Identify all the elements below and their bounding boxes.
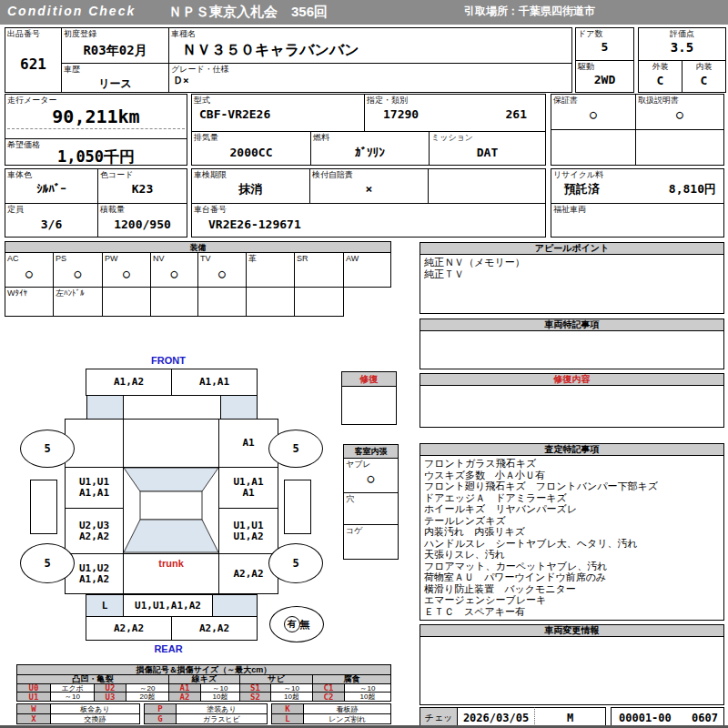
equipment-extra-label: Wﾀｲﾔ [7,288,27,298]
equipment-label: NV [153,254,165,263]
sheet-number-cell: 00001-00 0607 [611,707,724,726]
rear-window-shape [124,520,218,552]
history-value: リース [62,76,168,92]
first-registration-label: 初度登録 [64,29,96,38]
drive-cell: 駆動 2WD [575,60,634,93]
capacity-cell: 定員 3/6 [5,203,98,238]
lot-number-cell: 出品番号 621 [5,27,62,93]
sheet-number: 00001-00 [619,712,672,724]
equipment-mark: ○ [5,267,53,280]
fender-left-panel [66,420,123,467]
warranty-cell: 保証書 ○ [551,94,636,130]
legend-value: 10超 [344,692,391,702]
assessment-line: 内装汚れ 内張リキズ [424,526,720,538]
repair-mark-body [341,386,397,425]
rear-bumper-right-panel: A2,A2 [171,616,258,641]
assessment-line: 天張りスレ、汚れ [424,549,720,561]
repair-mark-header: 修復 [341,371,397,387]
welfare-vehicle-cell: 福祉車両 [551,203,724,238]
empty-cell [635,129,724,166]
cowl-right [220,395,258,420]
manual-cell: 取扱説明書 ○ [635,94,724,130]
drive-value: 2WD [576,73,633,86]
front-bumper-right-panel: A1,A1 [171,369,258,396]
cabin-lining-label: ヤブレ [346,460,371,469]
warranty-value: ○ [551,107,635,121]
displacement-cell: 排気量 2000CC [191,131,311,166]
windshield-shape [124,468,218,491]
body-color-cell: 車体色 ｼﾙﾊﾞｰ [5,168,98,204]
assessment-notes-header: 査定特記事項 [420,444,723,456]
body-color-value: ｼﾙﾊﾞｰ [5,182,97,196]
odometer-value: 90,211km [5,106,187,127]
equipment-label: TV [200,254,211,263]
cabin-lining-label: コゲ [346,526,362,535]
cabin-lining-header: 客室内張 [343,444,399,459]
side-left-front-panel: U1,U1 A1,A1 [66,468,123,508]
interior-grade-label: 内装 [682,62,725,71]
first-registration-value: R03年02月 [62,43,168,59]
transmission-value: DAT [430,146,545,159]
model-name-value: ＮＶ３５０キャラバンバン [169,41,571,60]
legend-code: U3 [94,692,126,702]
equipment-label: AC [7,254,19,263]
equipment-label: 革 [248,254,257,263]
assessment-line: ウスキズ多数 小Ａ小Ｕ有 [424,470,720,481]
equipment-mark: ○ [151,267,197,280]
repair-details-section: 修復内容 [420,373,724,428]
insurance-cell: 検付自賠責 × [309,168,429,204]
appeal-points-body: 純正ＮＶ（メモリー） 純正ＴＶ [420,255,723,281]
pickup-location: 引取場所：千葉県四街道市 [464,4,595,19]
lot-number-value: 621 [5,56,61,73]
assessment-line: ホイールキズ リヤバンパーズレ [424,503,720,515]
auction-condition-sheet: Condition Check ＮＰＳ東京入札会 356回 引取場所：千葉県四街… [0,0,728,728]
equipment-cell-pw: PW○ [102,252,151,288]
insurance-label: 検付自賠責 [312,170,353,179]
equipment-cell-tv: TV○ [197,252,247,288]
welfare-vehicle-label: 福祉車両 [553,205,586,214]
repair-mark-title: 修復 [360,374,379,384]
grade-value: Ｄ× [169,74,571,87]
check-label-cell: チェック [420,707,458,726]
chassis-number-value: VR2E26-129671 [192,217,545,231]
equipment-extra-label: 左ﾊﾝﾄﾞﾙ [56,288,85,298]
load-capacity-value: 1200/950 [98,217,187,231]
price-subcell: 希望価格 1,050千円 [5,138,187,166]
class-sub-value: 261 [365,107,545,121]
displacement-value: 2000CC [192,146,310,159]
score-label: 評価点 [639,29,725,38]
auction-title: ＮＰＳ東京入札会 356回 [168,4,328,21]
body-color-label: 車体色 [7,170,32,179]
assessment-line: フロントガラス飛石キズ [424,458,720,470]
assessment-line: フロント廻り飛石キズ フロントバンパー下部キズ [424,480,720,492]
check-inspector: M [535,712,605,724]
vehicle-notes-section: 車両特記事項 [420,318,724,369]
recycle-fee-cell: リサイクル料 預託済 8,810円 [551,168,724,204]
wheel-rear-left: 5 [20,543,75,583]
empty-cell [551,129,636,166]
legend-mark-code: L [271,713,304,724]
equipment-cell-leather: 革 [246,252,295,288]
score-cell: 評価点 3.5 [638,27,726,61]
spare-yes-circled: 有 [284,616,300,632]
cabin-lining-label: 穴 [346,494,354,503]
capacity-value: 3/6 [5,217,97,231]
check-inspector-cell: M [534,707,606,726]
chassis-number-label: 車台番号 [194,205,227,214]
assessment-line: ドアエッジＡ ドアミラーキズ [424,492,720,504]
odometer-price-cell: 走行メーター 90,211km 希望価格 1,050千円 [5,94,187,166]
equipment-extra-cell: 左ﾊﾝﾄﾞﾙ [53,287,103,317]
equipment-mark: ○ [103,267,150,280]
sheet-code: 0607 [692,712,718,724]
price-value: 1,050千円 [5,147,187,167]
tailgate-center-cell: U1,U1,A1,A2 [123,594,213,617]
warranty-label: 保証書 [553,96,578,105]
fuel-value: ｶﾞｿﾘﾝ [311,146,429,159]
spare-tire-mark: 有 無 [269,606,324,642]
equipment-extra-cell [102,287,151,317]
check-date: 2026/03/05 [458,712,534,724]
rear-bumper-left-panel: A2,A2 [86,616,172,641]
transmission-label: ミッション [431,133,473,142]
color-code-cell: 色コード K23 [97,168,187,204]
lot-number-label: 出品番号 [7,29,40,38]
